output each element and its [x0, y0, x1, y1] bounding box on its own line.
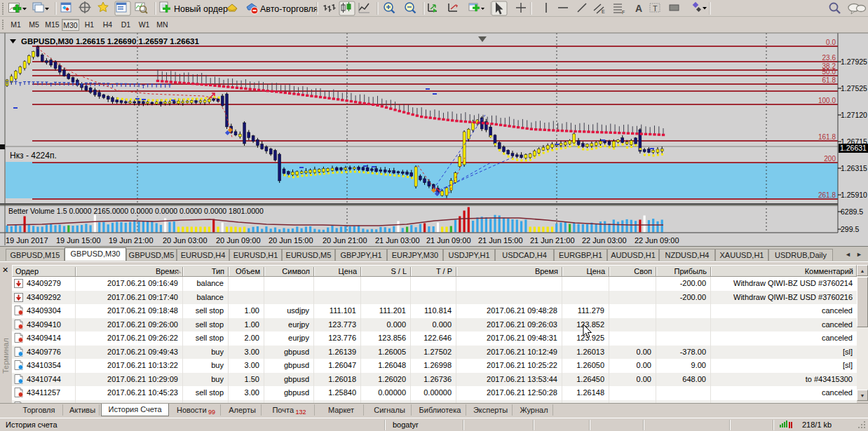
svg-text:20 Jun 03:00: 20 Jun 03:00 [163, 236, 208, 245]
svg-text:21 Jun 21:00: 21 Jun 21:00 [530, 236, 575, 245]
svg-text:1.25910: 1.25910 [841, 191, 867, 199]
svg-text:261.8: 261.8 [818, 191, 836, 199]
svg-text:21 Jun 09:00: 21 Jun 09:00 [426, 236, 471, 245]
svg-text:19 Jun 15:00: 19 Jun 15:00 [56, 236, 101, 245]
svg-text:19 Jun 2017: 19 Jun 2017 [6, 236, 48, 245]
svg-text:299.5: 299.5 [841, 225, 859, 233]
svg-text:20 Jun 09:00: 20 Jun 09:00 [216, 236, 261, 245]
svg-text:1.27120: 1.27120 [841, 111, 867, 119]
svg-text:GBPUSD,M30 1.26615 1.26690 1: GBPUSD,M30 1.26615 1.26690 1.26597 1.266… [21, 37, 199, 46]
svg-text:161.8: 161.8 [818, 133, 836, 141]
svg-text:200: 200 [824, 155, 836, 163]
svg-text:22 Jun 09:00: 22 Jun 09:00 [635, 236, 679, 245]
svg-text:61.8: 61.8 [822, 76, 836, 84]
svg-text:19 Jun 21:00: 19 Jun 21:00 [109, 236, 154, 245]
svg-text:21 Jun 15:00: 21 Jun 15:00 [478, 236, 523, 245]
svg-text:Better Volume 1.5 0.0000 2165.: Better Volume 1.5 0.0000 2165.0000 0.000… [8, 207, 264, 215]
svg-text:1.26631: 1.26631 [840, 144, 867, 152]
svg-text:0.0: 0.0 [826, 39, 836, 46]
svg-text:21 Jun 03:00: 21 Jun 03:00 [375, 236, 420, 245]
svg-text:1.27925: 1.27925 [841, 57, 867, 66]
svg-text:20 Jun 15:00: 20 Jun 15:00 [269, 236, 313, 245]
svg-text:100.0: 100.0 [818, 97, 836, 104]
svg-text:22 Jun 03:00: 22 Jun 03:00 [582, 236, 627, 245]
svg-text:50.0: 50.0 [822, 68, 836, 76]
svg-text:1.26315: 1.26315 [841, 164, 867, 172]
svg-text:20 Jun 21:00: 20 Jun 21:00 [323, 236, 367, 245]
svg-text:Нкз - 4224п.: Нкз - 4224п. [10, 151, 57, 160]
svg-text:6289.5: 6289.5 [841, 207, 863, 216]
svg-text:23.6: 23.6 [822, 54, 836, 62]
svg-text:1.27525: 1.27525 [841, 84, 867, 93]
